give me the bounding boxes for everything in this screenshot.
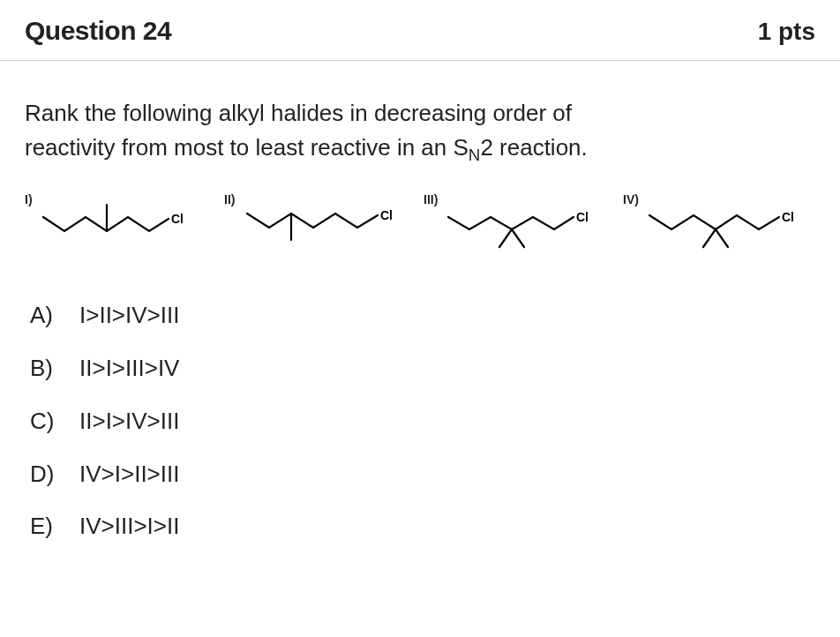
prompt-line1: Rank the following alkyl halides in decr… — [25, 100, 572, 126]
svg-line-5 — [716, 229, 728, 247]
structure-3-atom: Cl — [576, 210, 589, 224]
question-prompt: Rank the following alkyl halides in decr… — [25, 96, 815, 168]
structure-4-atom: Cl — [782, 210, 794, 224]
option-d-text: IV>I>II>III — [79, 448, 179, 501]
option-a-label: A) — [30, 289, 60, 342]
question-header: Question 24 1 pts — [0, 0, 840, 61]
question-number: Question 24 — [25, 16, 171, 46]
svg-line-2 — [499, 229, 512, 247]
structure-1-atom: Cl — [171, 212, 184, 226]
structure-1-drawing: Cl — [36, 192, 204, 254]
answer-options: A) I>II>IV>III B) II>I>III>IV C) II>I>IV… — [25, 289, 815, 553]
structure-1: I) Cl — [25, 192, 217, 254]
option-d[interactable]: D) IV>I>II>III — [30, 448, 815, 501]
svg-line-3 — [512, 229, 524, 247]
option-a-text: I>II>IV>III — [79, 289, 179, 342]
structure-3: III) Cl — [424, 192, 616, 254]
structure-2-atom: Cl — [380, 208, 393, 222]
structure-1-label: I) — [25, 192, 33, 206]
structure-3-drawing: Cl — [441, 192, 609, 254]
option-d-label: D) — [30, 448, 60, 501]
structure-3-label: III) — [424, 192, 438, 206]
question-body: Rank the following alkyl halides in decr… — [0, 61, 840, 562]
structures-row: I) Cl II) Cl III) — [25, 192, 815, 254]
structure-2-label: II) — [224, 192, 235, 206]
question-points: 1 pts — [758, 18, 815, 46]
option-b-text: II>I>III>IV — [79, 342, 179, 395]
option-e-text: IV>III>I>II — [79, 500, 179, 553]
option-b-label: B) — [30, 342, 60, 395]
structure-4-label: IV) — [623, 192, 639, 206]
prompt-line2b: 2 reaction. — [480, 134, 587, 161]
option-e[interactable]: E) IV>III>I>II — [30, 500, 815, 553]
structure-4-drawing: Cl — [642, 192, 810, 254]
prompt-line2a: reactivity from most to least reactive i… — [25, 134, 469, 161]
option-c-label: C) — [30, 395, 60, 448]
option-a[interactable]: A) I>II>IV>III — [30, 289, 815, 342]
structure-2: II) Cl — [224, 192, 416, 254]
option-c-text: II>I>IV>III — [79, 395, 179, 448]
svg-line-4 — [703, 229, 716, 247]
structure-2-drawing: Cl — [238, 192, 406, 254]
prompt-sub: N — [469, 146, 481, 164]
option-b[interactable]: B) II>I>III>IV — [30, 342, 815, 395]
option-e-label: E) — [30, 500, 60, 553]
option-c[interactable]: C) II>I>IV>III — [30, 395, 815, 448]
structure-4: IV) Cl — [623, 192, 815, 254]
